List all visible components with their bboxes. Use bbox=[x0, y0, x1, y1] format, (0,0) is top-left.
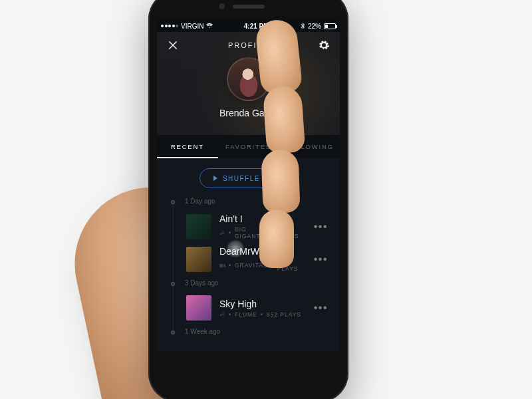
close-button[interactable] bbox=[166, 39, 180, 52]
tab-label: FAVORITES bbox=[225, 143, 271, 150]
screen: VIRGIN 4:21 PM 22% PROFILE bbox=[157, 20, 340, 352]
battery-icon bbox=[324, 23, 336, 29]
music-note-icon bbox=[219, 230, 225, 236]
track-row[interactable]: DearMrWatterson • GRAVITAS • 852 PLAYS •… bbox=[177, 243, 340, 275]
carrier-label: VIRGIN bbox=[181, 23, 203, 30]
wifi-icon bbox=[206, 23, 213, 29]
timeline-label: 3 Days ago bbox=[177, 279, 340, 287]
timeline: 1 Day ago Ain't I • BIG GIGANTIC • bbox=[157, 198, 340, 335]
signal-strength-icon bbox=[161, 25, 178, 27]
album-art bbox=[186, 214, 211, 239]
more-button[interactable]: ••• bbox=[311, 251, 331, 268]
track-row[interactable]: Sky High • FLUME • 852 PLAYS ••• bbox=[177, 292, 340, 324]
close-icon bbox=[167, 39, 179, 51]
music-note-icon bbox=[219, 311, 225, 317]
user-name: Brenda Garza bbox=[157, 108, 340, 118]
video-icon bbox=[219, 263, 225, 269]
status-bar: VIRGIN 4:21 PM 22% bbox=[157, 20, 340, 32]
album-art bbox=[186, 247, 211, 272]
svg-rect-0 bbox=[219, 263, 223, 267]
bluetooth-icon bbox=[300, 23, 305, 29]
more-button[interactable]: ••• bbox=[311, 299, 331, 317]
tabs: RECENT FAVORITES FOLLOWING bbox=[157, 135, 340, 159]
profile-header: PROFILE Brenda Garza bbox=[157, 32, 340, 135]
tab-label: RECENT bbox=[171, 143, 204, 150]
more-button[interactable]: ••• bbox=[311, 218, 331, 235]
battery-pct: 22% bbox=[308, 23, 321, 30]
play-icon bbox=[213, 176, 217, 181]
track-plays: 852 PLAYS bbox=[267, 311, 301, 318]
timeline-label: 1 Week ago bbox=[177, 328, 340, 335]
track-row[interactable]: Ain't I • BIG GIGANTIC • 852 PLAYS ••• bbox=[177, 210, 340, 243]
tab-recent[interactable]: RECENT bbox=[157, 135, 218, 158]
track-artist: FLUME bbox=[235, 311, 257, 318]
timeline-label: 1 Day ago bbox=[177, 198, 340, 205]
phone-frame: VIRGIN 4:21 PM 22% PROFILE bbox=[148, 0, 348, 399]
content: SHUFFLE PLAY 1 Day ago Ain't I bbox=[157, 159, 340, 351]
settings-button[interactable] bbox=[317, 39, 331, 52]
gear-icon bbox=[318, 39, 330, 51]
track-title: Sky High bbox=[219, 299, 303, 309]
album-art bbox=[186, 295, 211, 321]
